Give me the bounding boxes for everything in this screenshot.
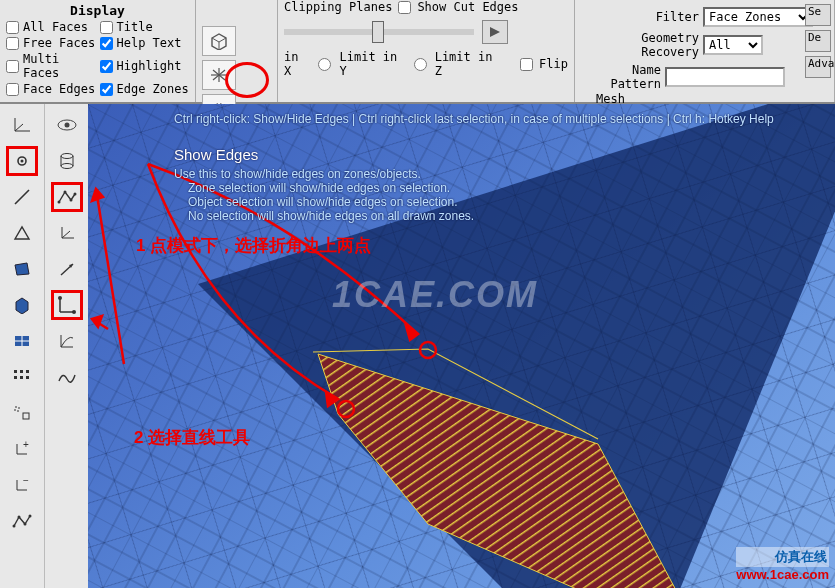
clipping-panel: Clipping Planes Show Cut Edges in X Limi… — [278, 0, 575, 102]
chk-highlight[interactable]: Highlight — [100, 52, 190, 80]
minus-node-icon[interactable]: − — [6, 470, 38, 500]
clip-slider[interactable] — [284, 29, 474, 35]
top-toolbar: Display All Faces Title Free Faces Help … — [0, 0, 835, 104]
triangle-icon[interactable] — [6, 218, 38, 248]
chk-multi-faces[interactable]: Multi Faces — [6, 52, 96, 80]
filter-label: Filter — [581, 10, 699, 24]
svg-marker-11 — [490, 27, 500, 37]
chk-edge-zones[interactable]: Edge Zones — [100, 82, 190, 96]
svg-point-40 — [24, 523, 27, 526]
name-pattern-label: Name Pattern — [581, 63, 661, 91]
svg-point-16 — [21, 160, 24, 163]
play-button[interactable] — [482, 20, 508, 44]
svg-point-47 — [61, 164, 73, 169]
svg-point-48 — [57, 201, 60, 204]
eye-small-icon[interactable] — [51, 110, 83, 140]
svg-rect-25 — [20, 370, 23, 373]
chk-all-faces[interactable]: All Faces — [6, 20, 96, 34]
svg-marker-19 — [15, 263, 29, 275]
help-title: Show Edges — [174, 146, 774, 163]
svg-line-54 — [62, 231, 70, 238]
svg-rect-29 — [26, 376, 29, 379]
svg-rect-26 — [26, 370, 29, 373]
view-icons-panel — [196, 0, 278, 102]
grid-icon[interactable] — [6, 362, 38, 392]
svg-line-14 — [15, 124, 23, 131]
radio-x[interactable] — [318, 58, 331, 71]
radio-y[interactable] — [414, 58, 427, 71]
cylinder-icon[interactable] — [51, 146, 83, 176]
point-mode-icon[interactable] — [6, 146, 38, 176]
line-icon[interactable] — [6, 182, 38, 212]
svg-point-50 — [69, 199, 72, 202]
help-top-line: Ctrl right-click: Show/Hide Edges | Ctrl… — [174, 112, 774, 126]
display-title: Display — [6, 3, 189, 18]
quad-icon[interactable] — [6, 254, 38, 284]
line-tool-icon[interactable] — [51, 290, 83, 320]
burst-icon[interactable] — [202, 60, 236, 90]
box-icon[interactable] — [6, 290, 38, 320]
help-overlay: Ctrl right-click: Show/Hide Edges | Ctrl… — [174, 112, 774, 223]
chk-face-edges[interactable]: Face Edges — [6, 82, 96, 96]
advanced-button[interactable]: Adva — [805, 56, 831, 78]
chk-flip[interactable] — [520, 58, 533, 71]
name-pattern-input[interactable] — [665, 67, 785, 87]
right-button-column: Se De Adva — [805, 0, 835, 78]
svg-point-59 — [58, 296, 62, 300]
svg-point-41 — [29, 515, 32, 518]
filter-panel: FilterFace Zones Geometry RecoveryAll Na… — [575, 0, 835, 102]
svg-point-51 — [73, 193, 76, 196]
svg-text:−: − — [23, 476, 29, 486]
svg-line-2 — [219, 38, 226, 42]
svg-rect-31 — [23, 413, 29, 419]
svg-line-1 — [212, 38, 219, 42]
svg-point-49 — [63, 191, 66, 194]
vector-icon[interactable] — [51, 254, 83, 284]
chk-show-cut[interactable] — [398, 1, 411, 14]
svg-marker-18 — [15, 227, 29, 239]
svg-text:+: + — [23, 440, 29, 450]
axes-icon[interactable] — [6, 110, 38, 140]
svg-point-39 — [18, 516, 21, 519]
annotation-1: 1 点模式下，选择折角边上两点 — [136, 234, 371, 257]
left-tool-column-1: + − — [0, 104, 44, 588]
svg-line-17 — [15, 190, 29, 204]
main-area: + − — [0, 104, 835, 588]
svg-point-38 — [13, 525, 16, 528]
polyline-icon[interactable] — [51, 182, 83, 212]
geom-select[interactable]: All — [703, 35, 763, 55]
deselect-button[interactable]: De — [805, 30, 831, 52]
chk-free-faces[interactable]: Free Faces — [6, 36, 96, 50]
select-button[interactable]: Se — [805, 4, 831, 26]
chk-title[interactable]: Title — [100, 20, 190, 34]
svg-marker-20 — [16, 298, 28, 314]
cube-icon[interactable] — [202, 26, 236, 56]
polyline-tool-icon[interactable] — [6, 506, 38, 536]
filter-select[interactable]: Face Zones — [703, 7, 813, 27]
left-tool-column-2 — [44, 104, 88, 588]
viewport[interactable]: Ctrl right-click: Show/Hide Edges | Ctrl… — [88, 104, 835, 588]
display-panel: Display All Faces Title Free Faces Help … — [0, 0, 196, 102]
mesh-block-icon[interactable] — [6, 326, 38, 356]
drag-icon[interactable] — [6, 398, 38, 428]
svg-rect-28 — [20, 376, 23, 379]
svg-point-60 — [72, 310, 76, 314]
svg-rect-30 — [15, 407, 19, 411]
geom-label: Geometry Recovery — [581, 31, 699, 59]
plus-node-icon[interactable]: + — [6, 434, 38, 464]
svg-point-43 — [64, 123, 69, 128]
svg-rect-27 — [14, 376, 17, 379]
curve-axis-icon[interactable] — [51, 326, 83, 356]
svg-point-44 — [61, 154, 73, 159]
chk-help-text[interactable]: Help Text — [100, 36, 190, 50]
svg-rect-24 — [14, 370, 17, 373]
spline-icon[interactable] — [51, 362, 83, 392]
corner-credit: 仿真在线 www.1cae.com — [736, 547, 829, 582]
clipping-title: Clipping Planes — [284, 0, 392, 14]
axis-small-icon[interactable] — [51, 218, 83, 248]
annotation-2: 2 选择直线工具 — [134, 426, 250, 449]
